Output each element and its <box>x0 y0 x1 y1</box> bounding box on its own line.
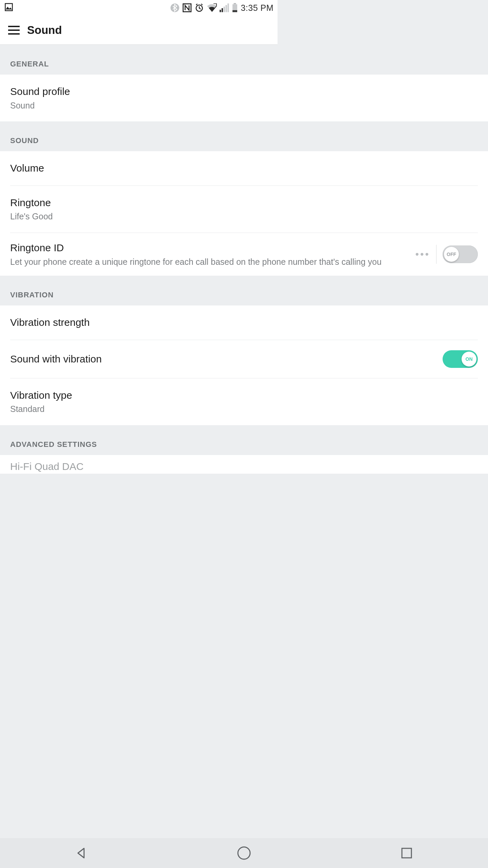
battery-icon <box>232 3 238 13</box>
item-vibration-strength[interactable]: Vibration strength <box>0 305 278 340</box>
item-subtitle: Sound <box>10 100 278 112</box>
item-title: Ringtone <box>10 196 278 210</box>
page-title: Sound <box>27 24 62 37</box>
bluetooth-icon <box>170 3 180 13</box>
svg-rect-7 <box>226 5 227 12</box>
picture-notification-icon <box>4 2 14 13</box>
item-volume[interactable]: Volume <box>0 151 278 185</box>
app-bar: Sound <box>0 16 278 45</box>
item-title: Volume <box>10 161 278 175</box>
alarm-icon <box>195 3 204 13</box>
item-subtitle: Let your phone create a unique ringtone … <box>10 256 278 268</box>
item-subtitle: Standard <box>10 403 278 415</box>
status-bar: 3:35 PM <box>0 0 278 16</box>
section-header-advanced: ADVANCED SETTINGS <box>0 425 278 455</box>
section-header-sound: SOUND <box>0 121 278 151</box>
item-title: Hi-Fi Quad DAC <box>10 460 278 474</box>
svg-rect-4 <box>220 10 221 12</box>
svg-rect-0 <box>5 4 13 11</box>
settings-scroll[interactable]: GENERAL Sound profile Sound SOUND Volume… <box>0 45 278 494</box>
item-hifi-quad-dac[interactable]: Hi-Fi Quad DAC <box>0 455 278 474</box>
nfc-icon <box>182 3 192 13</box>
svg-rect-5 <box>222 8 223 12</box>
section-header-general: GENERAL <box>0 45 278 75</box>
menu-icon[interactable] <box>8 26 20 35</box>
status-time: 3:35 PM <box>241 3 273 13</box>
item-ringtone-id[interactable]: Ringtone ID Let your phone create a uniq… <box>10 233 278 276</box>
item-title: Ringtone ID <box>10 241 278 255</box>
item-subtitle: Life's Good <box>10 211 278 222</box>
svg-rect-6 <box>224 7 225 12</box>
svg-rect-11 <box>232 10 237 12</box>
section-header-vibration: VIBRATION <box>0 276 278 305</box>
item-title: Vibration type <box>10 389 278 402</box>
wifi-icon <box>207 3 217 12</box>
svg-rect-9 <box>234 3 236 4</box>
item-title: Vibration strength <box>10 316 278 330</box>
item-sound-profile[interactable]: Sound profile Sound <box>0 75 278 121</box>
item-vibration-type[interactable]: Vibration type Standard <box>10 378 278 425</box>
item-title: Sound profile <box>10 85 278 99</box>
svg-rect-8 <box>228 3 229 12</box>
item-sound-with-vibration[interactable]: Sound with vibration ON <box>10 340 278 378</box>
item-title: Sound with vibration <box>10 352 278 366</box>
item-ringtone[interactable]: Ringtone Life's Good <box>10 185 278 233</box>
cell-signal-icon <box>220 3 229 12</box>
